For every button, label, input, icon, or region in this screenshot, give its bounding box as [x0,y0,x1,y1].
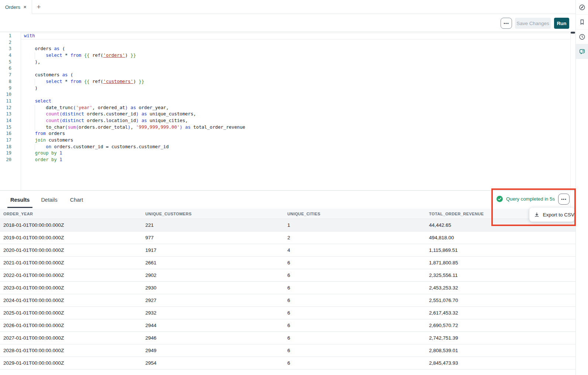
column-header[interactable]: ORDER_YEAR [0,212,142,216]
tab-results[interactable]: Results [10,191,30,209]
table-cell: 1,115,869.51 [426,247,575,253]
table-cell: 6 [284,285,426,291]
table-row[interactable]: 2028-01-01T00:00:00.000Z294962,808,539.0… [0,344,575,357]
table-cell: 2932 [142,310,284,316]
code-line: 15 to_char(sum(orders.order_total), '999… [0,124,570,131]
line-number: 11 [0,98,11,105]
code-line: 8 select * from {{ ref('customers') }} [0,79,570,85]
line-number: 18 [0,144,11,150]
save-changes-button[interactable]: Save Changes [515,18,551,29]
results-table-header: ORDER_YEARUNIQUE_CUSTOMERSUNIQUE_CITIEST… [0,209,575,219]
table-cell: 2027-01-01T00:00:00.000Z [0,335,142,341]
table-cell: 2954 [142,360,284,366]
download-icon [534,212,539,218]
table-cell: 6 [284,335,426,341]
table-cell: 6 [284,323,426,328]
history-button[interactable] [576,29,588,44]
table-cell: 2022-01-01T00:00:00.000Z [0,272,142,278]
code-line: 14 count(distinct orders.location_id) as… [0,118,570,124]
export-dropdown-menu-item[interactable]: Export to CSV [529,208,574,222]
table-row[interactable]: 2027-01-01T00:00:00.000Z294662,742,751.3… [0,332,575,344]
table-cell: 221 [142,222,284,228]
table-row[interactable]: 2024-01-01T00:00:00.000Z292762,551,076.7… [0,294,575,307]
indent-guide [35,118,35,124]
table-row[interactable]: 2020-01-01T00:00:00.000Z191741,115,869.5… [0,244,575,257]
line-number: 20 [0,157,11,163]
table-cell: 1,871,800.85 [426,260,575,265]
line-number: 10 [0,91,11,98]
table-row[interactable]: 2023-01-01T00:00:00.000Z293062,453,253.3… [0,282,575,294]
plus-icon: + [37,3,41,11]
line-number: 2 [0,39,11,46]
scrollbar-thumb[interactable] [571,32,575,34]
code-line: 5 ), [0,59,570,66]
line-number: 15 [0,124,11,131]
table-cell: 2,551,076.70 [426,298,575,303]
table-cell: 2661 [142,260,284,265]
table-cell: 2023-01-01T00:00:00.000Z [0,285,142,291]
table-cell: 2,690,570.72 [426,323,575,328]
line-number: 14 [0,118,11,124]
code-line: 12 date_trunc('year', ordered_at) as ord… [0,105,570,111]
tab-chart[interactable]: Chart [70,191,83,209]
table-cell: 2020-01-01T00:00:00.000Z [0,247,142,253]
sql-code-editor[interactable]: 1with23 orders as (4 select * from {{ re… [0,32,570,190]
table-row[interactable]: 2026-01-01T00:00:00.000Z294462,690,570.7… [0,319,575,332]
table-cell: 1 [284,222,426,228]
run-button[interactable]: Run [554,18,569,29]
results-more-options-button[interactable]: ••• [558,194,570,205]
ellipsis-icon: ••• [561,197,567,201]
indent-guide [35,144,35,150]
editor-scrollbar-track[interactable] [570,32,571,209]
table-cell: 2,325,556.11 [426,272,575,278]
results-table-body: 2018-01-01T00:00:00.000Z221144,442.65201… [0,219,575,369]
table-row[interactable]: 2018-01-01T00:00:00.000Z221144,442.65 [0,219,575,232]
tab-orders[interactable]: Orders ✕ [0,0,32,14]
indent-guide [35,124,35,131]
editor-more-options-button[interactable]: ••• [501,18,512,29]
table-row[interactable]: 2029-01-01T00:00:00.000Z295462,845,473.9… [0,357,575,369]
code-line: 13 count(distinct orders.customer_id) as… [0,111,570,118]
query-status-text: Query completed in 5s [506,196,555,202]
table-cell: 2026-01-01T00:00:00.000Z [0,323,142,328]
table-cell: 2021-01-01T00:00:00.000Z [0,260,142,265]
table-cell: 6 [284,298,426,303]
compass-button[interactable] [576,0,588,15]
indent-guide [35,105,35,111]
close-icon[interactable]: ✕ [23,5,27,9]
table-cell: 4 [284,247,426,253]
table-cell: 2019-01-01T00:00:00.000Z [0,235,142,240]
editor-tab-bar: Orders ✕ + [0,0,575,14]
bookmark-button[interactable] [576,15,588,29]
column-header[interactable]: UNIQUE_CITIES [284,212,426,216]
table-row[interactable]: 2021-01-01T00:00:00.000Z266161,871,800.8… [0,257,575,269]
code-line: 16 from orders [0,131,570,137]
table-cell: 6 [284,310,426,316]
check-circle-icon [497,196,503,202]
code-line: 17 join customers [0,137,570,144]
code-line: 3 orders as ( [0,46,570,52]
line-number: 5 [0,59,11,66]
query-status-cluster: Query completed in 5s ••• [494,191,570,207]
table-row[interactable]: 2025-01-01T00:00:00.000Z293262,617,453.3… [0,307,575,319]
tab-details[interactable]: Details [41,191,57,209]
code-line: 4 select * from {{ ref('orders') }} [0,52,570,59]
table-cell: 2029-01-01T00:00:00.000Z [0,360,142,366]
indent-guide [35,52,35,59]
new-tab-button[interactable]: + [35,3,43,11]
line-number: 16 [0,131,11,137]
code-line: 19 group by 1 [0,150,570,157]
feedback-button[interactable] [576,44,588,59]
line-number: 8 [0,79,11,85]
table-cell: 6 [284,360,426,366]
line-number: 3 [0,46,11,52]
table-cell: 6 [284,260,426,265]
table-cell: 2,742,751.39 [426,335,575,341]
column-header[interactable]: UNIQUE_CUSTOMERS [142,212,284,216]
table-cell: 2018-01-01T00:00:00.000Z [0,222,142,228]
table-cell: 2944 [142,323,284,328]
line-number: 4 [0,52,11,59]
table-row[interactable]: 2022-01-01T00:00:00.000Z290262,325,556.1… [0,269,575,282]
bookmark-icon [579,19,585,25]
table-row[interactable]: 2019-01-01T00:00:00.000Z9772494,818.00 [0,232,575,244]
